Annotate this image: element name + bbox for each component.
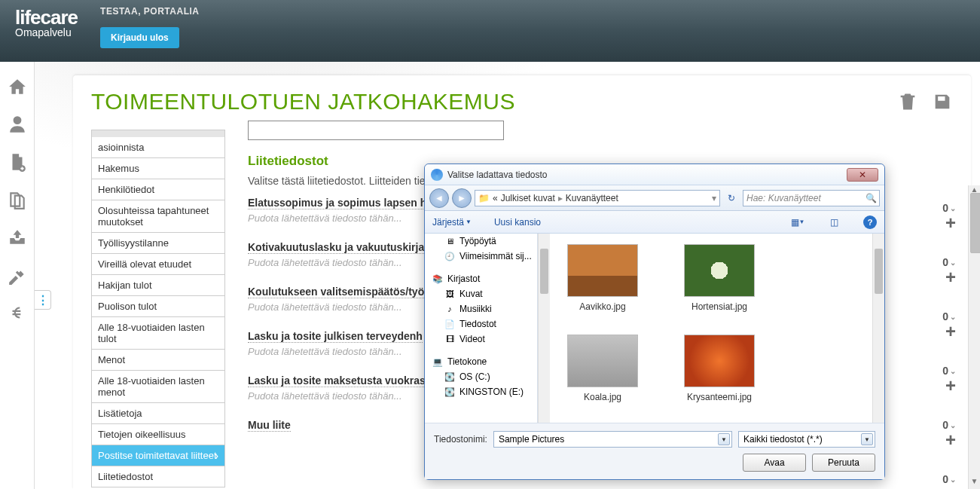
ie-icon	[431, 169, 443, 181]
dialog-title-text: Valitse ladattava tiedosto	[447, 170, 548, 180]
view-mode-button[interactable]: ▦ ▼	[791, 215, 804, 229]
chevron-down-icon[interactable]: ⌄	[950, 475, 956, 484]
attachment-counter-row: 0 ⌄+	[942, 310, 956, 348]
tree-scrollbar[interactable]	[538, 234, 550, 423]
chevron-down-icon[interactable]: ▼	[718, 433, 730, 445]
tree-item[interactable]: ♪Musiikki	[425, 301, 537, 316]
attachment-label: Koulutukseen valitsemispäätös/työ	[248, 286, 424, 298]
tree-item[interactable]: 📄Tiedostot	[425, 316, 537, 332]
drive-icon: 💽	[444, 371, 455, 382]
add-attachment-button[interactable]: +	[945, 214, 956, 232]
music-icon: ♪	[444, 304, 455, 314]
file-name: Koala.jpg	[584, 392, 621, 402]
logout-button[interactable]: Kirjaudu ulos	[100, 27, 179, 48]
dialog-titlebar[interactable]: Valitse ladattava tiedosto ✕	[425, 164, 884, 185]
file-name: Krysanteemi.jpg	[687, 392, 752, 402]
file-item[interactable]: Hortensiat.jpg	[682, 244, 757, 312]
attachment-label: Lasku ja tosite maksetusta vuokras	[248, 374, 426, 387]
preview-pane-button[interactable]: ◫	[827, 215, 841, 229]
nav-item[interactable]: Lisätietoja	[91, 403, 225, 424]
file-list[interactable]: Aavikko.jpgHortensiat.jpgKoala.jpgKrysan…	[550, 234, 872, 423]
file-add-icon[interactable]	[8, 152, 27, 172]
person-icon[interactable]	[8, 115, 27, 134]
attachment-label: Elatussopimus ja sopimus lapsen h	[248, 197, 426, 209]
breadcrumb-item[interactable]: Julkiset kuvat	[501, 193, 555, 203]
chevron-down-icon[interactable]: ⌄	[950, 204, 956, 212]
file-item[interactable]: Krysanteemi.jpg	[682, 335, 757, 402]
attachment-label: Muu liite	[248, 419, 291, 432]
nav-item[interactable]: Puolison tulot	[91, 296, 225, 317]
tree-item[interactable]: 💻Tietokone	[425, 354, 537, 369]
chevron-down-icon[interactable]: ⌄	[950, 367, 956, 375]
cancel-button[interactable]: Peruuta	[812, 454, 875, 472]
computer-icon: 💻	[432, 356, 443, 367]
new-folder-button[interactable]: Uusi kansio	[494, 217, 541, 228]
file-thumbnail	[567, 335, 638, 387]
tree-item[interactable]: 📚Kirjastot	[425, 271, 537, 286]
nav-item[interactable]: Menot	[91, 350, 225, 371]
tree-item[interactable]: 🖥Työpöytä	[425, 234, 537, 249]
nav-head	[91, 130, 225, 137]
file-scrollbar[interactable]	[872, 234, 884, 423]
tree-item[interactable]: 🖼Kuvat	[425, 286, 537, 301]
chevron-down-icon[interactable]: ▼	[861, 433, 873, 445]
tree-item[interactable]: 💽OS (C:)	[425, 369, 537, 384]
chevron-down-icon[interactable]: ⌄	[950, 313, 956, 321]
breadcrumb-item[interactable]: Kuvanäytteet	[566, 193, 618, 203]
nav-item[interactable]: Alle 18-vuotiaiden lasten tulot	[91, 317, 225, 350]
nav-item[interactable]: Hakemus	[91, 158, 225, 179]
file-open-dialog: Valitse ladattava tiedosto ✕ ◄ ► 📁 « Jul…	[424, 164, 885, 480]
add-attachment-button[interactable]: +	[945, 322, 956, 341]
dialog-bottom: Tiedostonimi: Sample Pictures▼ Kaikki ti…	[425, 423, 884, 479]
drive-icon: 💽	[444, 387, 455, 397]
save-icon[interactable]	[932, 91, 953, 112]
filename-combo[interactable]: Sample Pictures▼	[493, 431, 732, 448]
nav-forward-button[interactable]: ►	[452, 188, 472, 208]
chevron-down-icon[interactable]: ⌄	[950, 421, 956, 429]
euro-icon[interactable]	[8, 303, 27, 322]
add-attachment-button[interactable]: +	[945, 377, 956, 395]
files-icon[interactable]	[8, 190, 27, 209]
nav-item[interactable]: Olosuhteissa tapahtuneet muutokset	[91, 200, 225, 233]
file-name: Hortensiat.jpg	[691, 301, 747, 312]
folder-tree[interactable]: 🖥Työpöytä 🕘Viimeisimmät sij... 📚Kirjasto…	[425, 234, 538, 423]
organize-menu[interactable]: Järjestä ▼	[432, 217, 472, 228]
tree-item[interactable]: 🎞Videot	[425, 332, 537, 347]
nav-item[interactable]: Vireillä olevat etuudet	[91, 254, 225, 275]
inbox-icon[interactable]	[8, 228, 27, 247]
nav-item[interactable]: asioinnista	[91, 137, 225, 158]
nav-item[interactable]: Postitse toimitettavat liitteet	[91, 445, 225, 466]
dialog-navbar: ◄ ► 📁 « Julkiset kuvat ▸ Kuvanäytteet ▾ …	[425, 185, 884, 211]
refresh-button[interactable]: ↻	[723, 190, 740, 206]
text-input[interactable]	[248, 121, 504, 140]
file-item[interactable]: Aavikko.jpg	[565, 244, 640, 312]
nav-item[interactable]: Tietojen oikeellisuus	[91, 424, 225, 445]
tree-item[interactable]: 🕘Viimeisimmät sij...	[425, 249, 537, 264]
add-attachment-button[interactable]: +	[945, 431, 956, 449]
brand-sub: Omapalvelu	[15, 26, 78, 38]
search-input[interactable]: Hae: Kuvanäytteet 🔍	[743, 190, 880, 206]
open-button[interactable]: Avaa	[743, 454, 806, 472]
rail-expand-tab[interactable]: ⋮	[35, 290, 51, 310]
nav-item[interactable]: Hakijan tulot	[91, 275, 225, 296]
chevron-down-icon[interactable]: ⌄	[950, 258, 956, 267]
breadcrumb[interactable]: 📁 « Julkiset kuvat ▸ Kuvanäytteet ▾	[475, 190, 720, 206]
nav-item[interactable]: Alle 18-vuotiaiden lasten menot	[91, 371, 225, 403]
file-item[interactable]: Koala.jpg	[565, 335, 640, 402]
dialog-close-button[interactable]: ✕	[847, 168, 878, 182]
trash-icon[interactable]	[897, 91, 918, 112]
nav-item[interactable]: Henkilötiedot	[91, 179, 225, 200]
home-icon[interactable]	[8, 77, 27, 96]
videos-icon: 🎞	[444, 334, 455, 344]
add-attachment-button[interactable]: +	[945, 268, 956, 286]
nav-item[interactable]: Liitetiedostot	[91, 466, 225, 487]
side-nav: asioinnistaHakemusHenkilötiedotOlosuhtei…	[91, 130, 225, 489]
add-attachment-button[interactable]: +	[945, 485, 956, 489]
nav-item[interactable]: Työllisyystilanne	[91, 233, 225, 254]
tree-item[interactable]: 💽KINGSTON (E:)	[425, 384, 537, 399]
gavel-icon[interactable]	[8, 265, 27, 285]
nav-back-button[interactable]: ◄	[429, 188, 449, 208]
filter-combo[interactable]: Kaikki tiedostot (*.*)▼	[738, 431, 875, 448]
help-button[interactable]: ?	[863, 215, 877, 229]
page-scrollbar[interactable]: ▲ ▼	[968, 185, 980, 489]
